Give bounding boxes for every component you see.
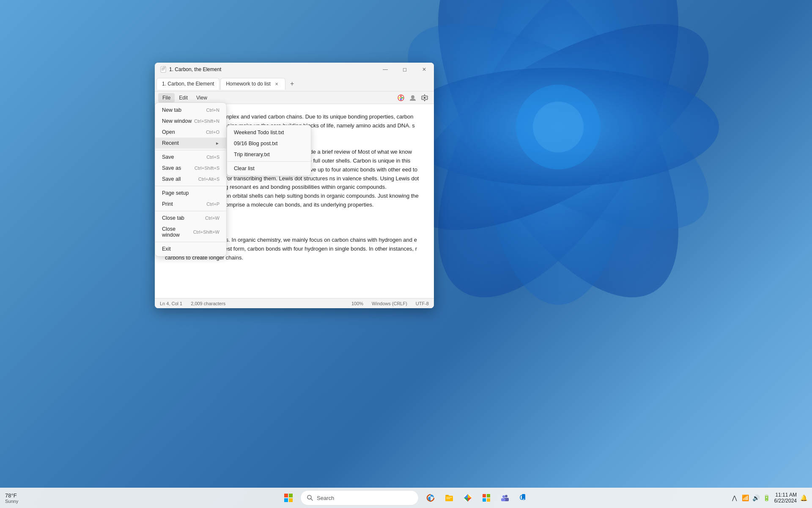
svg-rect-24 — [446, 497, 452, 498]
menu-recent[interactable]: Recent ► — [155, 138, 226, 149]
menu-close-tab[interactable]: Close tab Ctrl+W — [155, 213, 226, 224]
svg-rect-11 — [162, 69, 165, 69]
system-tray-icons: 📶 🔊 🔋 — [741, 494, 771, 502]
taskbar-search[interactable]: Search — [300, 490, 419, 505]
file-menu-item[interactable]: File — [158, 93, 175, 102]
svg-rect-28 — [483, 494, 486, 497]
menu-open-shortcut: Ctrl+O — [206, 130, 219, 135]
account-icon-button[interactable] — [407, 92, 419, 104]
tab-carbon[interactable]: 1. Carbon, the Element — [156, 78, 219, 90]
menu-new-tab[interactable]: New tab Ctrl+N — [155, 105, 226, 116]
status-line-ending: Windows (CRLF) — [372, 301, 407, 306]
menu-separator-2 — [155, 186, 226, 186]
taskbar: 78°F Sunny Search — [0, 488, 812, 508]
tray-battery-icon[interactable]: 🔋 — [762, 494, 771, 502]
menu-separator-1 — [155, 150, 226, 150]
status-chars: 2,009 characters — [191, 301, 225, 306]
svg-rect-37 — [523, 499, 524, 500]
menu-save-as-label: Save as — [162, 165, 181, 171]
status-encoding: UTF-8 — [416, 301, 429, 306]
search-text: Search — [317, 495, 334, 501]
desktop: 1. Carbon, the Element — ◻ ✕ 1. Carbon, … — [0, 0, 812, 508]
svg-point-15 — [411, 95, 414, 99]
taskbar-weather[interactable]: 78°F Sunny — [5, 492, 18, 504]
tray-network-icon[interactable]: 📶 — [741, 494, 750, 502]
menu-save[interactable]: Save Ctrl+S — [155, 152, 226, 163]
svg-point-34 — [502, 495, 505, 498]
tab-bar: 1. Carbon, the Element Homework to do li… — [155, 76, 434, 91]
file-menu-dropdown: New tab Ctrl+N New window Ctrl+Shift+N O… — [155, 102, 227, 257]
menu-close-tab-shortcut: Ctrl+W — [205, 215, 219, 221]
svg-rect-29 — [487, 494, 490, 497]
settings-icon-button[interactable] — [419, 92, 431, 104]
minimize-button[interactable]: — — [376, 63, 395, 76]
recent-arrow-icon: ► — [215, 141, 219, 146]
menu-close-window-label: Close window — [162, 226, 193, 238]
svg-rect-30 — [483, 498, 486, 502]
menu-save-all[interactable]: Save all Ctrl+Alt+S — [155, 174, 226, 185]
menu-save-all-shortcut: Ctrl+Alt+S — [198, 177, 219, 182]
menu-open-label: Open — [162, 129, 175, 135]
svg-point-16 — [424, 97, 426, 99]
status-zoom: 100% — [351, 301, 363, 306]
menu-open[interactable]: Open Ctrl+O — [155, 127, 226, 138]
taskbar-teams-icon[interactable] — [497, 489, 513, 506]
menu-print[interactable]: Print Ctrl+P — [155, 199, 226, 210]
maximize-button[interactable]: ◻ — [395, 63, 414, 76]
theme-icon-button[interactable] — [395, 92, 407, 104]
taskbar-phone-link-icon[interactable] — [515, 489, 532, 506]
svg-rect-35 — [501, 498, 505, 501]
recent-item-3[interactable]: Trip itinerary.txt — [227, 149, 311, 160]
title-bar-controls: — ◻ ✕ — [376, 63, 434, 76]
svg-line-22 — [311, 499, 313, 500]
start-button[interactable] — [280, 489, 297, 506]
svg-rect-20 — [289, 498, 293, 502]
tray-chevron-icon[interactable]: ⋀ — [731, 494, 738, 502]
taskbar-center: Search — [280, 489, 532, 506]
taskbar-clock[interactable]: 11:11 AM 6/22/2024 — [774, 492, 797, 504]
svg-rect-19 — [284, 498, 288, 502]
svg-rect-17 — [284, 494, 288, 497]
menu-save-shortcut: Ctrl+S — [206, 155, 219, 160]
svg-rect-18 — [289, 494, 293, 497]
menu-new-window-shortcut: Ctrl+Shift+N — [194, 119, 219, 124]
svg-rect-13 — [164, 66, 165, 68]
menu-save-as[interactable]: Save as Ctrl+Shift+S — [155, 163, 226, 174]
menu-separator-3 — [155, 211, 226, 211]
recent-clear-list[interactable]: Clear list — [227, 163, 311, 174]
menu-page-setup-label: Page setup — [162, 190, 189, 196]
clock-date: 6/22/2024 — [774, 498, 797, 504]
search-icon — [307, 494, 313, 501]
recent-item-2-label: 09/16 Blog post.txt — [234, 141, 278, 146]
svg-rect-12 — [162, 70, 164, 70]
tab-homework-close[interactable]: ✕ — [273, 80, 280, 87]
menu-new-window[interactable]: New window Ctrl+Shift+N — [155, 116, 226, 127]
tray-speaker-icon[interactable]: 🔊 — [752, 494, 760, 502]
edit-menu-item[interactable]: Edit — [175, 93, 192, 102]
menu-new-tab-shortcut: Ctrl+N — [206, 108, 219, 113]
tab-carbon-label: 1. Carbon, the Element — [162, 81, 214, 87]
clock-time: 11:11 AM — [775, 492, 797, 498]
notification-button[interactable]: 🔔 — [800, 494, 807, 501]
new-tab-button[interactable]: + — [286, 78, 298, 90]
recent-item-1[interactable]: Weekend Todo list.txt — [227, 127, 311, 138]
taskbar-edge-icon[interactable] — [422, 489, 439, 506]
svg-rect-25 — [446, 498, 450, 499]
status-position: Ln 4, Col 1 — [160, 301, 182, 306]
taskbar-store-icon[interactable] — [478, 489, 495, 506]
taskbar-file-explorer[interactable] — [441, 489, 458, 506]
recent-item-2[interactable]: 09/16 Blog post.txt — [227, 138, 311, 149]
close-button[interactable]: ✕ — [414, 63, 434, 76]
menu-new-window-label: New window — [162, 118, 192, 124]
menu-save-label: Save — [162, 154, 174, 160]
notepad-icon — [160, 66, 167, 73]
menu-separator-4 — [155, 242, 226, 242]
view-menu-item[interactable]: View — [192, 93, 211, 102]
menu-close-window[interactable]: Close window Ctrl+Shift+W — [155, 224, 226, 240]
menu-exit[interactable]: Exit — [155, 243, 226, 254]
menu-page-setup[interactable]: Page setup — [155, 188, 226, 199]
menu-print-shortcut: Ctrl+P — [206, 202, 219, 207]
svg-point-8 — [533, 102, 584, 152]
taskbar-chrome-icon[interactable] — [459, 489, 476, 506]
tab-homework[interactable]: Homework to do list ✕ — [220, 78, 285, 90]
